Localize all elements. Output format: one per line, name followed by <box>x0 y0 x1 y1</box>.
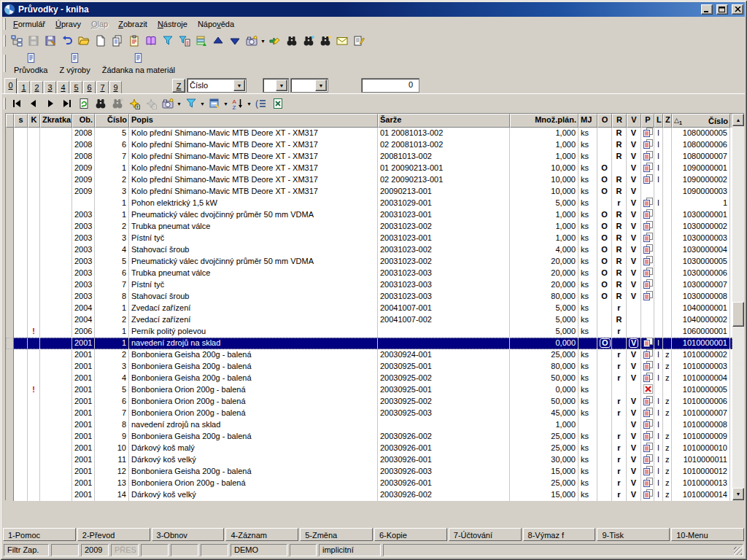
cell-k[interactable] <box>28 198 40 209</box>
cell-ob[interactable]: 2009 <box>72 163 95 174</box>
cell-o[interactable]: O <box>597 233 612 244</box>
cell-ob[interactable]: 2001 <box>72 454 95 466</box>
cell-num[interactable]: 1030000003 <box>672 233 730 244</box>
cell-sarze[interactable]: 20030926-001 <box>378 478 510 489</box>
cell-r[interactable] <box>612 338 627 349</box>
cell-z[interactable] <box>663 303 672 314</box>
table-row[interactable]: 20014Bonboniera Geisha 200g - balená2003… <box>6 373 732 384</box>
toolbar-up-arrow-icon[interactable] <box>209 33 226 49</box>
index-tab-1[interactable]: 1 <box>18 81 30 93</box>
cell-s[interactable] <box>14 349 28 361</box>
cell-num[interactable]: 1080000006 <box>672 139 730 151</box>
cell-r[interactable]: R <box>612 186 627 198</box>
nav-next-icon[interactable] <box>42 96 58 112</box>
column-header-cislo[interactable]: Číslo <box>95 114 129 128</box>
cell-l[interactable] <box>654 209 663 221</box>
cell-cislo[interactable]: 12 <box>95 466 129 478</box>
cell-z[interactable]: z <box>663 396 672 408</box>
toolbar-refresh-data-icon[interactable] <box>193 33 209 49</box>
cell-p[interactable] <box>641 466 654 478</box>
cell-p[interactable] <box>641 314 654 326</box>
cell-zkratka[interactable] <box>40 244 72 256</box>
column-header-r[interactable]: R <box>612 114 627 128</box>
cell-ob[interactable]: 2003 <box>72 221 95 233</box>
cell-k[interactable] <box>28 256 40 268</box>
cell-v[interactable]: V <box>627 256 641 268</box>
cell-v[interactable]: V <box>627 279 641 291</box>
cell-k[interactable] <box>28 478 40 489</box>
cell-o[interactable] <box>597 419 612 431</box>
minimize-button[interactable] <box>701 4 713 15</box>
cell-l[interactable] <box>654 384 663 396</box>
cell-num[interactable]: 1060000001 <box>672 326 730 338</box>
menu-item-nastroje[interactable]: Nástroje <box>152 18 193 30</box>
cell-z[interactable]: z <box>663 373 672 384</box>
cell-mnoz[interactable]: 45,000 <box>510 408 578 419</box>
cell-popis[interactable]: Zvedací zařízení <box>129 314 378 326</box>
cell-sarze[interactable]: 20030926-002 <box>378 489 510 501</box>
column-header-k[interactable]: K <box>28 114 40 128</box>
cell-k[interactable] <box>28 338 40 349</box>
cell-mj[interactable]: ks <box>578 221 597 233</box>
cell-sarze[interactable]: 20041007-001 <box>378 303 510 314</box>
cell-num[interactable]: 1030000001 <box>672 209 730 221</box>
cell-v[interactable]: V <box>627 268 641 279</box>
cell-k[interactable] <box>28 408 40 419</box>
cell-sarze[interactable]: 20030924-001 <box>378 349 510 361</box>
cell-mj[interactable]: ks <box>578 314 597 326</box>
cell-zkratka[interactable] <box>40 151 72 163</box>
cell-k[interactable] <box>28 349 40 361</box>
cell-s[interactable] <box>14 408 28 419</box>
cell-z[interactable]: z <box>663 361 672 373</box>
cell-num[interactable]: 1010000006 <box>672 396 730 408</box>
cell-popis[interactable]: Perník politý polevou <box>129 326 378 338</box>
index-tab-6[interactable]: 6 <box>83 81 96 93</box>
cell-mj[interactable]: ks <box>578 443 597 454</box>
cell-o[interactable] <box>597 443 612 454</box>
cell-num[interactable]: 1010000014 <box>672 489 730 501</box>
cell-cislo[interactable]: 3 <box>95 186 129 198</box>
cell-v[interactable]: V <box>627 128 641 139</box>
table-row-selected[interactable]: 20011navedení zdrojů na sklad0,000OVl101… <box>6 338 732 349</box>
cell-mj[interactable]: ks <box>578 151 597 163</box>
cell-zkratka[interactable] <box>40 221 72 233</box>
table-row[interactable]: 20016Bonboniera Orion 200g - balená20030… <box>6 396 732 408</box>
cell-num[interactable]: 1010000013 <box>672 478 730 489</box>
column-header-s[interactable]: s <box>14 114 28 128</box>
cell-zkratka[interactable] <box>40 174 72 186</box>
column-header-sarze[interactable]: Šarže <box>378 114 510 128</box>
cell-r[interactable]: R <box>612 268 627 279</box>
cell-cislo[interactable]: 4 <box>95 244 129 256</box>
table-row[interactable]: 20092Kolo přední Shimano-Mavic MTB Deore… <box>6 174 732 186</box>
toolbar-edit-journal-icon[interactable] <box>350 33 367 49</box>
cell-o[interactable]: O <box>597 209 612 221</box>
cell-sarze[interactable]: 20031029-001 <box>378 198 510 209</box>
cell-r[interactable]: r <box>612 326 627 338</box>
cell-s[interactable] <box>14 291 28 303</box>
cell-r[interactable] <box>612 419 627 431</box>
cell-l[interactable]: l <box>654 361 663 373</box>
cell-num[interactable]: 1080000007 <box>672 151 730 163</box>
cell-zkratka[interactable] <box>40 198 72 209</box>
cell-z[interactable] <box>663 291 672 303</box>
nav-filter-icon[interactable] <box>182 96 199 112</box>
cell-popis[interactable]: Bonboniera Geisha 200g - balená <box>129 373 378 384</box>
cell-k[interactable] <box>28 151 40 163</box>
cell-sarze[interactable]: 20031023-003 <box>378 291 510 303</box>
cell-sarze[interactable]: 02 20081013-002 <box>378 139 510 151</box>
table-row[interactable]: 20017Bonboniera Orion 200g - balená20030… <box>6 408 732 419</box>
cell-popis[interactable]: Bonboniera Geisha 200g - balená <box>129 466 378 478</box>
toolbar-save-edit-icon[interactable] <box>42 33 58 49</box>
cell-popis[interactable]: Pneumatický válec dvojčinný průměr 50 mm… <box>129 209 378 221</box>
table-row[interactable]: 200112Bonboniera Geisha 200g - balená200… <box>6 466 732 478</box>
cell-sarze[interactable]: 20030925-002 <box>378 373 510 384</box>
cell-s[interactable] <box>14 454 28 466</box>
cell-ob[interactable]: 2001 <box>72 431 95 443</box>
close-button[interactable] <box>732 4 743 15</box>
cell-popis[interactable]: Zvedací zařízení <box>129 303 378 314</box>
table-row[interactable]: 20012Bonboniera Geisha 200g - balená2003… <box>6 349 732 361</box>
cell-l[interactable]: l <box>654 349 663 361</box>
cell-k[interactable] <box>28 431 40 443</box>
cell-ob[interactable]: 2001 <box>72 443 95 454</box>
cell-mj[interactable]: ks <box>578 198 597 209</box>
